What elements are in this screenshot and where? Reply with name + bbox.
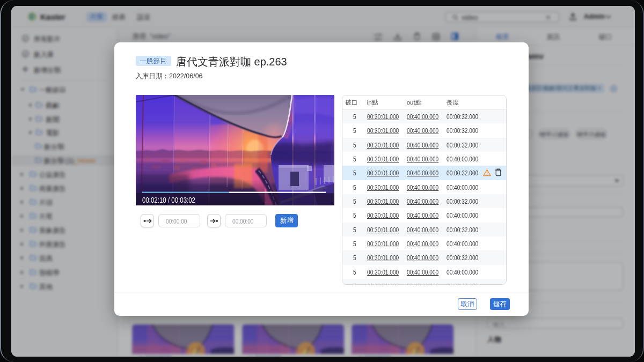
svg-text:00:02:10 / 00:03:02: 00:02:10 / 00:03:02: [142, 196, 195, 204]
